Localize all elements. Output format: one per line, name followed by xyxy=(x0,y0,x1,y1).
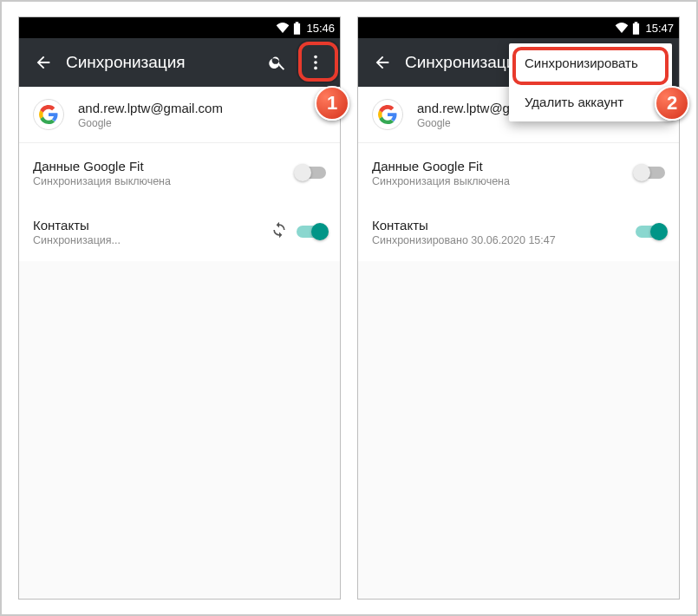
menu-item-delete-account[interactable]: Удалить аккаунт xyxy=(509,82,672,121)
sync-item-title: Контакты xyxy=(372,218,636,233)
sync-item-subtitle: Синхронизация выключена xyxy=(372,175,636,187)
svg-point-0 xyxy=(314,56,317,59)
list-item[interactable]: Данные Google Fit Синхронизация выключен… xyxy=(19,143,340,202)
battery-icon xyxy=(632,22,640,35)
page-title: Синхронизация xyxy=(66,53,258,72)
switch-toggle[interactable] xyxy=(297,167,326,179)
sync-item-title: Данные Google Fit xyxy=(33,159,297,174)
svg-point-1 xyxy=(314,61,317,64)
sync-spinner-icon xyxy=(271,221,288,242)
sync-item-title: Данные Google Fit xyxy=(372,159,636,174)
switch-toggle[interactable] xyxy=(636,167,665,179)
list-item[interactable]: Контакты Синхронизация... xyxy=(19,202,340,261)
wifi-icon xyxy=(276,23,290,33)
status-bar: 15:46 xyxy=(19,17,340,38)
account-provider: Google xyxy=(78,117,223,129)
sync-list: Данные Google Fit Синхронизация выключен… xyxy=(19,143,340,261)
account-email: and.rew.lptw@gmail.com xyxy=(78,101,223,115)
status-time: 15:47 xyxy=(645,22,674,35)
step-badge-2: 2 xyxy=(655,86,689,121)
list-item[interactable]: Данные Google Fit Синхронизация выключен… xyxy=(358,143,679,202)
sync-item-subtitle: Синхронизация выключена xyxy=(33,175,297,187)
wifi-icon xyxy=(615,23,629,33)
google-logo-icon xyxy=(33,99,64,130)
overflow-menu: Синхронизировать Удалить аккаунт xyxy=(509,43,672,121)
app-bar: Синхронизация xyxy=(19,38,340,87)
sync-list: Данные Google Fit Синхронизация выключен… xyxy=(358,143,679,261)
status-bar: 15:47 xyxy=(358,17,679,38)
battery-icon xyxy=(293,22,301,35)
list-item[interactable]: Контакты Синхронизировано 30.06.2020 15:… xyxy=(358,202,679,261)
phone-screenshot-right: 15:47 Синхронизация and.rew.lptw@gmail.c… xyxy=(357,16,680,600)
overflow-button[interactable] xyxy=(297,43,335,82)
menu-item-sync-now[interactable]: Синхронизировать xyxy=(509,43,672,82)
svg-point-2 xyxy=(314,67,317,70)
switch-toggle[interactable] xyxy=(636,226,665,238)
account-row[interactable]: and.rew.lptw@gmail.com Google xyxy=(19,87,340,143)
sync-item-subtitle: Синхронизация... xyxy=(33,234,271,246)
phone-screenshot-left: 15:46 Синхронизация and.rew.lptw@gmail.c… xyxy=(18,16,341,600)
back-button[interactable] xyxy=(24,43,62,82)
back-button[interactable] xyxy=(363,43,401,82)
sync-item-title: Контакты xyxy=(33,218,271,233)
status-time: 15:46 xyxy=(306,22,335,35)
sync-item-subtitle: Синхронизировано 30.06.2020 15:47 xyxy=(372,234,636,246)
switch-toggle[interactable] xyxy=(297,226,326,238)
step-badge-1: 1 xyxy=(315,86,349,121)
google-logo-icon xyxy=(372,99,403,130)
search-button[interactable] xyxy=(258,43,297,82)
